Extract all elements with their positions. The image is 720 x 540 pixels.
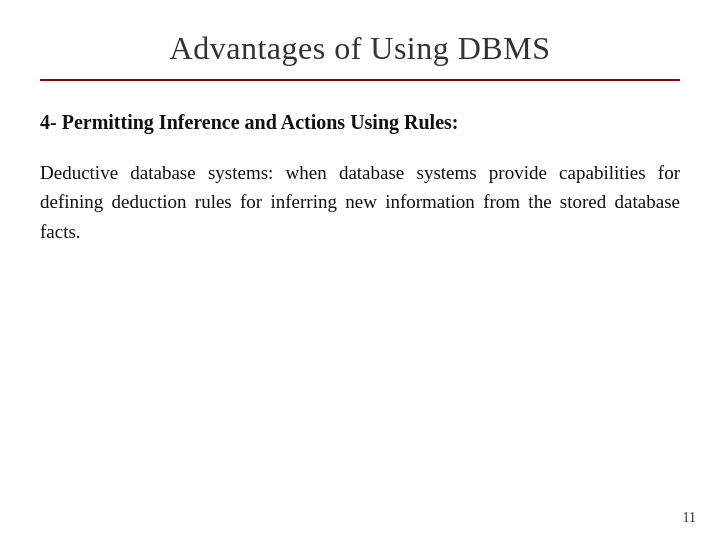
content-section: 4- Permitting Inference and Actions Usin… [40, 101, 680, 520]
body-text: Deductive database systems: when databas… [40, 158, 680, 246]
slide-title: Advantages of Using DBMS [40, 30, 680, 67]
title-section: Advantages of Using DBMS [40, 30, 680, 81]
section-heading: 4- Permitting Inference and Actions Usin… [40, 111, 680, 134]
slide-number: 11 [683, 510, 696, 526]
slide-container: Advantages of Using DBMS 4- Permitting I… [0, 0, 720, 540]
